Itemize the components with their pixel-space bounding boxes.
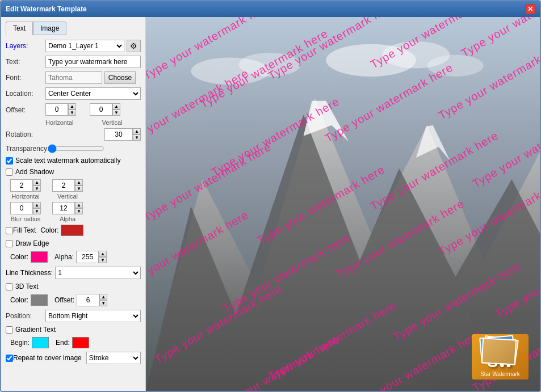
gradient-checkbox-row: Gradient Text bbox=[6, 326, 141, 334]
tab-image[interactable]: Image bbox=[33, 22, 66, 35]
line-thickness-label: Line Thickness: bbox=[6, 269, 53, 277]
watermark-8: Type your watermark here bbox=[322, 61, 455, 145]
gradient-end-swatch[interactable] bbox=[72, 337, 89, 348]
transparency-slider[interactable] bbox=[48, 144, 104, 153]
watermark-12: Type your watermark here bbox=[368, 129, 500, 213]
threed-offset-label: Offset: bbox=[54, 296, 74, 304]
text-input[interactable] bbox=[45, 56, 141, 68]
threed-color-label: Color: bbox=[10, 296, 28, 304]
shadow-h-down[interactable]: ▼ bbox=[33, 186, 41, 192]
edge-color-swatch[interactable] bbox=[31, 251, 48, 263]
offset-h-up[interactable]: ▲ bbox=[68, 103, 76, 109]
watermark-5: Type your watermark here bbox=[459, 17, 540, 60]
offset-v-down[interactable]: ▼ bbox=[112, 109, 120, 116]
position-select[interactable]: Bottom Right Bottom Left Top Right Top L… bbox=[45, 310, 141, 322]
fill-color-swatch[interactable] bbox=[61, 225, 83, 236]
shadow-blur-down[interactable]: ▼ bbox=[33, 208, 41, 214]
layers-label: Layers: bbox=[6, 42, 45, 50]
offset-vertical: ▲ ▼ bbox=[90, 103, 120, 116]
tab-text[interactable]: Text bbox=[6, 22, 33, 35]
offset-section: Offset: ▲ ▼ bbox=[6, 103, 141, 126]
draw-edge-row: Draw Edge bbox=[6, 239, 141, 247]
rotation-up[interactable]: ▲ bbox=[133, 128, 141, 134]
edge-alpha-input[interactable] bbox=[76, 251, 99, 263]
threed-checkbox[interactable] bbox=[6, 283, 13, 290]
shadow-h-label: Horizontal bbox=[11, 193, 40, 200]
offset-v-input[interactable] bbox=[90, 103, 112, 116]
gear-button[interactable]: ⚙ bbox=[127, 40, 141, 52]
watermark-18: Type your watermark here bbox=[152, 282, 284, 366]
rotation-down[interactable]: ▼ bbox=[133, 134, 141, 141]
layers-select[interactable]: Demo 1_Layer 1 bbox=[45, 40, 124, 52]
layers-row: Layers: Demo 1_Layer 1 ⚙ bbox=[6, 40, 141, 52]
content-area: Text Image Layers: Demo 1_Layer 1 ⚙ Text… bbox=[1, 17, 540, 391]
fill-text-row: Fill Text Color: bbox=[6, 225, 141, 236]
edge-alpha-down[interactable]: ▼ bbox=[99, 257, 107, 263]
shadow-h-input[interactable] bbox=[10, 179, 33, 192]
text-row: Text: bbox=[6, 56, 141, 68]
offset-h-input[interactable] bbox=[45, 103, 68, 116]
watermark-22: Type your watermark here bbox=[209, 333, 341, 391]
fill-color-label: Color: bbox=[40, 226, 58, 234]
shadow-alpha-up[interactable]: ▲ bbox=[75, 202, 83, 208]
stroke-select[interactable]: Stroke Fill bbox=[86, 352, 141, 364]
repeat-row: Repeat to cover image Stroke Fill bbox=[6, 352, 141, 364]
logo-badge: SW Star Watermark bbox=[472, 334, 529, 380]
shadow-v-up[interactable]: ▲ bbox=[75, 179, 83, 186]
repeat-checkbox[interactable] bbox=[6, 355, 13, 362]
watermark-11: Type your watermark here bbox=[254, 163, 387, 247]
left-panel: Text Image Layers: Demo 1_Layer 1 ⚙ Text… bbox=[1, 17, 146, 391]
shadow-h-up[interactable]: ▲ bbox=[33, 179, 41, 186]
threed-color-swatch[interactable] bbox=[31, 294, 48, 306]
end-label: End: bbox=[56, 339, 70, 347]
watermark-9: Type your watermark here bbox=[436, 38, 540, 122]
shadow-alpha-input[interactable] bbox=[52, 202, 75, 214]
rotation-label: Rotation: bbox=[6, 130, 45, 138]
logo-star-watermark: Star Watermark bbox=[480, 371, 520, 377]
offset-v-up[interactable]: ▲ bbox=[112, 103, 120, 109]
edge-alpha-up[interactable]: ▲ bbox=[99, 251, 107, 257]
main-window: Edit Watermark Template ✕ Text Image Lay… bbox=[0, 0, 541, 392]
blur-label: Blur radius bbox=[11, 216, 41, 222]
gradient-checkbox[interactable] bbox=[6, 326, 13, 334]
vertical-label: Vertical bbox=[102, 119, 123, 126]
location-select[interactable]: Center Center Top Left Top Right Bottom … bbox=[45, 87, 141, 100]
font-label: Font: bbox=[6, 74, 45, 82]
line-thickness-select[interactable]: 1 2 3 bbox=[55, 267, 141, 279]
threed-offset-input[interactable] bbox=[77, 294, 99, 306]
watermark-23: Type your watermark here bbox=[351, 327, 483, 391]
offset-h-spinner: ▲ ▼ bbox=[45, 103, 76, 116]
choose-button[interactable]: Choose bbox=[104, 71, 136, 84]
fill-checkbox[interactable] bbox=[6, 227, 13, 234]
rotation-input[interactable] bbox=[104, 128, 133, 141]
draw-edge-checkbox[interactable] bbox=[6, 240, 13, 247]
gradient-begin-swatch[interactable] bbox=[32, 337, 49, 348]
window-title: Edit Watermark Template bbox=[6, 5, 87, 13]
draw-edge-label: Draw Edge bbox=[15, 239, 49, 247]
edge-color-label: Color: bbox=[10, 253, 28, 261]
offset-h-down[interactable]: ▼ bbox=[68, 109, 76, 116]
shadow-spinners-2: ▲ ▼ Blur radius ▲ ▼ Alpha bbox=[10, 202, 141, 222]
shadow-alpha-down[interactable]: ▼ bbox=[75, 208, 83, 214]
edge-alpha-label: Alpha: bbox=[54, 253, 74, 261]
shadow-checkbox[interactable] bbox=[6, 168, 13, 176]
watermark-14: Type your watermark here bbox=[146, 208, 251, 292]
threed-offset-down[interactable]: ▼ bbox=[99, 300, 107, 306]
watermark-16: Type your watermark here bbox=[334, 197, 466, 281]
shadow-blur-input[interactable] bbox=[10, 202, 33, 214]
offset-row: ▲ ▼ ▲ ▼ bbox=[45, 103, 120, 116]
offset-v-btns: ▲ ▼ bbox=[112, 103, 120, 116]
shadow-v-input[interactable] bbox=[52, 179, 75, 192]
close-button[interactable]: ✕ bbox=[525, 4, 535, 14]
scale-checkbox[interactable] bbox=[6, 157, 13, 165]
shadow-blur-up[interactable]: ▲ bbox=[33, 202, 41, 208]
shadow-spinners: ▲ ▼ Horizontal ▲ ▼ Vertical bbox=[10, 179, 141, 200]
shadow-v-down[interactable]: ▼ bbox=[75, 186, 83, 192]
title-bar: Edit Watermark Template ✕ bbox=[1, 1, 540, 17]
watermark-20: Type your watermark here bbox=[391, 259, 523, 343]
font-input[interactable] bbox=[45, 71, 102, 84]
rotation-row: Rotation: ▲ ▼ bbox=[6, 128, 141, 141]
rotation-btns: ▲ ▼ bbox=[133, 128, 141, 141]
threed-offset-up[interactable]: ▲ bbox=[99, 294, 107, 300]
threed-checkbox-row: 3D Text bbox=[6, 283, 141, 290]
